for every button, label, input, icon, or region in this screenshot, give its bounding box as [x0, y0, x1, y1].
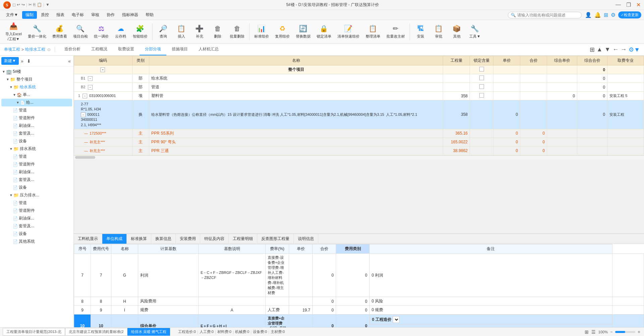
tree-node-drain[interactable]: ▼ 📁 排水系统: [1, 145, 72, 153]
tree-node-whole[interactable]: ▼ 📁 整个项目: [1, 76, 72, 83]
tab-section-items[interactable]: 分部分项: [140, 44, 166, 55]
delete-btn[interactable]: 🗑 删除: [209, 23, 226, 40]
checkbox-whole[interactable]: [479, 67, 484, 71]
download-btn[interactable]: ⬇: [25, 58, 32, 64]
collapse-tree-btn[interactable]: «: [67, 58, 72, 64]
tree-node-paint2[interactable]: 📄 刷油保...: [1, 168, 72, 176]
checkbox-b1[interactable]: [479, 76, 484, 80]
forward-btn[interactable]: »: [19, 58, 25, 64]
reuse-group-btn[interactable]: ♻ 复用组价: [272, 23, 292, 40]
quick-tools[interactable]: □ ↩ ↪ | ✂ ⎘ 📋 | ▼: [13, 2, 50, 7]
unified-price-btn[interactable]: ⚖ 统一调价: [91, 23, 111, 40]
import-excel-btn[interactable]: 📥 导入Excel/工程▼: [3, 21, 24, 43]
audit-btn[interactable]: 📋 审批: [430, 23, 447, 40]
tree-node-pipe3[interactable]: 📄 管道: [1, 199, 72, 207]
bottom-tab-notes[interactable]: 说明信息: [294, 234, 318, 244]
search-input[interactable]: [517, 13, 578, 17]
menu-edit[interactable]: 编制: [22, 11, 37, 19]
tools-btn[interactable]: 🔧 工具▼: [466, 23, 484, 40]
nav-btn-down[interactable]: ▼: [604, 46, 610, 53]
breadcrumb-item-single[interactable]: 单项工程: [4, 47, 20, 52]
status-icon-1[interactable]: ⊞: [585, 329, 589, 335]
tree-node-supply[interactable]: ▼ 📁 给水系统: [1, 83, 72, 91]
replace-data-btn[interactable]: 🔄 替换数据: [293, 23, 313, 40]
fee-type-select-10[interactable]: ▼: [393, 316, 399, 323]
tree-node-fittings3[interactable]: 📄 管道附件: [1, 207, 72, 214]
tree-node-building[interactable]: ▼ 🏢 5#楼: [1, 68, 72, 76]
tree-node-equip3[interactable]: 📄 设备: [1, 230, 72, 238]
bottom-tab-unit[interactable]: 单位构成: [102, 234, 127, 244]
tree-node-supply-sub[interactable]: ▼ 📄 给...: [1, 99, 72, 106]
menu-quality[interactable]: 质控: [38, 11, 52, 19]
menu-file[interactable]: 文件▼: [3, 11, 21, 19]
menu-indicator[interactable]: 指标神器: [119, 11, 142, 19]
cloud-archive-btn[interactable]: ☁ 云存档: [112, 23, 129, 40]
breadcrumb-collapse-icon[interactable]: ⊙: [47, 47, 51, 52]
install-btn[interactable]: 🏗 安装: [412, 23, 429, 40]
expand-b1[interactable]: －: [88, 76, 93, 81]
tree-node-paint1[interactable]: 📄 刷油保...: [1, 122, 72, 130]
nav-btn-prev[interactable]: ←: [612, 46, 619, 53]
batch-delete-btn[interactable]: 🗑 批量删除: [227, 23, 247, 40]
expand-whole[interactable]: －: [100, 67, 105, 72]
tree-node-sleeve2[interactable]: 📄 套管及...: [1, 176, 72, 184]
user-icon[interactable]: 👤: [585, 12, 592, 18]
menu-report[interactable]: 报表: [53, 11, 68, 19]
tree-node-sleeve1[interactable]: 📄 套管及...: [1, 130, 72, 137]
standard-group-btn[interactable]: 📊 标准组价: [252, 23, 272, 40]
bottom-tab-qty-detail[interactable]: 工程量明细: [229, 234, 257, 244]
nav-btn-settings[interactable]: ⚙▼: [629, 46, 640, 53]
gear-icon[interactable]: ⚙: [611, 12, 615, 18]
insert-btn[interactable]: 📋 插入: [173, 23, 190, 40]
bottom-tab-reverse[interactable]: 反查图形工程量: [257, 234, 294, 244]
tab-labor-materials[interactable]: 人材机汇总: [193, 44, 224, 55]
tree-node-other[interactable]: 📄 其他系统: [1, 238, 72, 245]
h-scrollbar-thumb[interactable]: [75, 156, 95, 159]
bottom-tab-standard[interactable]: 标准换算: [127, 234, 151, 244]
close-btn[interactable]: ✕: [636, 2, 641, 8]
self-check-btn[interactable]: 🔍 项目自检: [70, 23, 91, 40]
page-tab-2[interactable]: 北京市建设工程预算消耗量标准(2: [65, 328, 127, 336]
organize-list-btn[interactable]: 📋 整理清单: [363, 23, 383, 40]
grid-icon[interactable]: ⊞: [604, 12, 608, 18]
tree-node-equip1[interactable]: 📄 设备: [1, 137, 72, 145]
tree-node-paint3[interactable]: 📄 刷油保...: [1, 214, 72, 222]
tree-node-fittings2[interactable]: 📄 管道附件: [1, 160, 72, 168]
other-btn[interactable]: 📦 其他: [448, 23, 466, 40]
page-tab-3[interactable]: 给排水 采暖 燃气工程: [127, 328, 170, 336]
tree-node-pressure[interactable]: ▼ 📁 压力排水...: [1, 191, 72, 199]
new-btn[interactable]: 新建▼: [1, 57, 19, 65]
bt-cell-feetype-10[interactable]: 0 工程造价 ▼: [370, 315, 612, 325]
qty-all-btn[interactable]: 🔧 量价一体化: [25, 23, 49, 40]
bell-icon[interactable]: 🔔: [594, 12, 601, 18]
bottom-tab-labor[interactable]: 工料机显示: [74, 234, 102, 244]
zoom-plus-btn[interactable]: ＋: [637, 329, 641, 335]
zoom-minus-btn[interactable]: －: [609, 329, 614, 335]
tab-cost-analysis[interactable]: 造价分析: [59, 44, 86, 55]
menu-elec[interactable]: 电子标: [68, 11, 87, 19]
replenish-btn[interactable]: ➕ 补充: [191, 23, 208, 40]
tab-fee-settings[interactable]: 取费设置: [113, 44, 140, 55]
menu-audit[interactable]: 审核: [88, 11, 103, 19]
menu-collab[interactable]: 协作: [103, 11, 118, 19]
tab-project-overview[interactable]: 工程概况: [86, 44, 113, 55]
nav-btn-up[interactable]: ▲: [597, 46, 603, 53]
nav-btn-next[interactable]: →: [621, 46, 627, 53]
search-bar[interactable]: 🔍: [508, 12, 582, 18]
tree-node-single[interactable]: ▼ 🏠 单...: [1, 91, 72, 99]
nav-btn-1[interactable]: ⊞: [590, 46, 595, 53]
tree-node-equip2[interactable]: 📄 设备: [1, 184, 72, 191]
zoom-slider[interactable]: [615, 331, 635, 333]
tree-node-fittings1[interactable]: 📄 管道附件: [1, 114, 72, 122]
page-tab-1[interactable]: 工程量清单项目计量规范(2013-北: [3, 328, 65, 336]
expand-1[interactable]: －: [83, 94, 87, 98]
fee-view-btn[interactable]: 💰 费用查看: [50, 23, 70, 40]
checkbox-1[interactable]: [479, 93, 484, 98]
smart-group-btn[interactable]: 🧩 智能组价: [130, 23, 150, 40]
tree-node-pipe2[interactable]: 📄 管道: [1, 153, 72, 160]
breadcrumb-item-drain[interactable]: 给排水工程: [25, 47, 45, 52]
tree-node-pipe1[interactable]: 📄 管道: [1, 106, 72, 114]
query-btn[interactable]: 🔎 查询: [155, 23, 172, 40]
maximize-btn[interactable]: ❐: [626, 2, 631, 8]
h-scrollbar[interactable]: [74, 155, 644, 159]
